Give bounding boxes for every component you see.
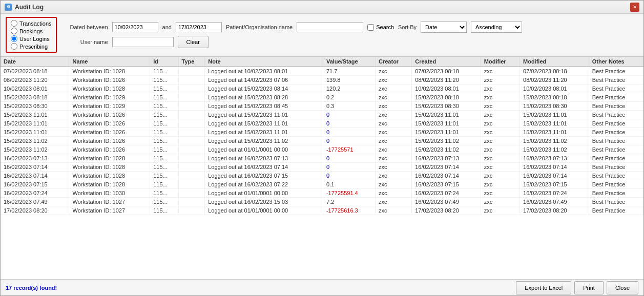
table-row: 16/02/2023 07:15 Workstation ID: 1028 11… bbox=[1, 180, 643, 189]
col-creator[interactable]: Creator bbox=[376, 57, 412, 67]
cell-id: 115... bbox=[150, 154, 178, 163]
table-row: 08/02/2023 11:20 Workstation ID: 1026 11… bbox=[1, 76, 643, 84]
cell-note: Logged out at 15/02/2023 08:14 bbox=[205, 84, 323, 93]
cell-modifier: zxc bbox=[481, 111, 520, 119]
cell-type bbox=[178, 102, 205, 111]
search-checkbox[interactable] bbox=[367, 24, 374, 31]
cell-type bbox=[178, 93, 205, 102]
cell-modified: 16/02/2023 07:13 bbox=[520, 154, 589, 163]
title-bar-left: ⚙ Audit Log bbox=[5, 4, 44, 11]
date-to-input[interactable] bbox=[176, 22, 222, 32]
cell-creator: zxc bbox=[376, 102, 412, 111]
cell-id: 115... bbox=[150, 119, 178, 128]
cell-type bbox=[178, 76, 205, 84]
cell-modified: 16/02/2023 07:24 bbox=[520, 189, 589, 198]
cell-creator: zxc bbox=[376, 67, 412, 76]
cell-creator: zxc bbox=[376, 163, 412, 172]
cell-name: Workstation ID: 1029 bbox=[69, 93, 150, 102]
radio-prescribing-input[interactable] bbox=[11, 43, 17, 50]
sort-by-select[interactable]: Date Name Id Type Note Value/Stage Creat… bbox=[421, 22, 467, 33]
table-row: 16/02/2023 07:24 Workstation ID: 1030 11… bbox=[1, 189, 643, 198]
cell-created: 15/02/2023 08:30 bbox=[412, 102, 481, 111]
cell-note: Logged out at 16/02/2023 07:13 bbox=[205, 154, 323, 163]
cell-date: 15/02/2023 11:02 bbox=[1, 145, 69, 154]
cell-creator: zxc bbox=[376, 172, 412, 180]
radio-transactions[interactable]: Transactions bbox=[11, 20, 52, 27]
radio-bookings[interactable]: Bookings bbox=[11, 28, 52, 34]
cell-modifier: zxc bbox=[481, 198, 520, 206]
cell-type bbox=[178, 84, 205, 93]
cell-created: 15/02/2023 11:02 bbox=[412, 137, 481, 145]
sort-by-label: Sort By bbox=[398, 24, 417, 30]
radio-user-logins-input[interactable] bbox=[11, 35, 17, 42]
cell-type bbox=[178, 180, 205, 189]
cell-modified: 10/02/2023 08:01 bbox=[520, 84, 589, 93]
audit-log-window: ⚙ Audit Log ✕ Transactions Bookings User… bbox=[0, 0, 644, 296]
cell-creator: zxc bbox=[376, 84, 412, 93]
radio-user-logins-label: User Logins bbox=[19, 36, 50, 42]
col-value[interactable]: Value/Stage bbox=[323, 57, 375, 67]
cell-value: 0 bbox=[323, 154, 375, 163]
cell-creator: zxc bbox=[376, 180, 412, 189]
col-modifier[interactable]: Modifier bbox=[481, 57, 520, 67]
user-name-input[interactable] bbox=[112, 37, 174, 47]
radio-prescribing[interactable]: Prescribing bbox=[11, 43, 52, 50]
cell-modified: 16/02/2023 07:15 bbox=[520, 180, 589, 189]
cell-value: 0.1 bbox=[323, 180, 375, 189]
toolbar-controls: Dated between and Patient/Organisation n… bbox=[67, 22, 523, 48]
export-to-excel-button[interactable]: Export to Excel bbox=[516, 281, 571, 294]
order-select[interactable]: Ascending Descending bbox=[471, 22, 522, 33]
radio-bookings-input[interactable] bbox=[11, 28, 17, 34]
cell-creator: zxc bbox=[376, 111, 412, 119]
cell-modified: 16/02/2023 07:14 bbox=[520, 163, 589, 172]
print-button[interactable]: Print bbox=[574, 281, 604, 294]
close-button[interactable]: Close bbox=[607, 281, 638, 294]
col-id[interactable]: Id bbox=[150, 57, 178, 67]
col-date[interactable]: Date bbox=[1, 57, 69, 67]
cell-name: Workstation ID: 1026 bbox=[69, 111, 150, 119]
cell-date: 15/02/2023 11:01 bbox=[1, 111, 69, 119]
radio-user-logins[interactable]: User Logins bbox=[11, 35, 52, 42]
cell-name: Workstation ID: 1026 bbox=[69, 128, 150, 137]
dated-between-label: Dated between bbox=[67, 24, 108, 30]
cell-other: Best Practice bbox=[589, 180, 643, 189]
cell-modified: 15/02/2023 08:30 bbox=[520, 102, 589, 111]
col-note[interactable]: Note bbox=[205, 57, 323, 67]
cell-note: Logged out at 14/02/2023 07:06 bbox=[205, 76, 323, 84]
col-created[interactable]: Created bbox=[412, 57, 481, 67]
cell-other: Best Practice bbox=[589, 76, 643, 84]
radio-transactions-input[interactable] bbox=[11, 20, 17, 27]
cell-date: 15/02/2023 11:01 bbox=[1, 119, 69, 128]
cell-other: Best Practice bbox=[589, 198, 643, 206]
cell-other: Best Practice bbox=[589, 111, 643, 119]
cell-note: Logged out at 15/02/2023 08:28 bbox=[205, 93, 323, 102]
col-modified[interactable]: Modified bbox=[520, 57, 589, 67]
col-type[interactable]: Type bbox=[178, 57, 205, 67]
cell-date: 15/02/2023 11:01 bbox=[1, 128, 69, 137]
date-from-input[interactable] bbox=[112, 22, 158, 32]
cell-note: Logged out at 15/02/2023 11:01 bbox=[205, 111, 323, 119]
cell-name: Workstation ID: 1026 bbox=[69, 76, 150, 84]
cell-modifier: zxc bbox=[481, 206, 520, 215]
window-close-button[interactable]: ✕ bbox=[630, 3, 639, 12]
cell-modified: 15/02/2023 11:01 bbox=[520, 111, 589, 119]
status-buttons: Export to Excel Print Close bbox=[516, 281, 638, 294]
cell-other: Best Practice bbox=[589, 163, 643, 172]
cell-other: Best Practice bbox=[589, 67, 643, 76]
cell-creator: zxc bbox=[376, 128, 412, 137]
cell-creator: zxc bbox=[376, 154, 412, 163]
cell-type bbox=[178, 111, 205, 119]
patient-org-input[interactable] bbox=[297, 22, 363, 32]
cell-modifier: zxc bbox=[481, 145, 520, 154]
cell-note: Logged out at 16/02/2023 15:03 bbox=[205, 198, 323, 206]
cell-name: Workstation ID: 1026 bbox=[69, 137, 150, 145]
col-other-notes[interactable]: Other Notes bbox=[589, 57, 643, 67]
cell-date: 15/02/2023 08:30 bbox=[1, 102, 69, 111]
cell-other: Best Practice bbox=[589, 154, 643, 163]
table-row: 10/02/2023 08:01 Workstation ID: 1028 11… bbox=[1, 84, 643, 93]
cell-date: 08/02/2023 11:20 bbox=[1, 76, 69, 84]
cell-creator: zxc bbox=[376, 198, 412, 206]
col-name[interactable]: Name bbox=[69, 57, 150, 67]
cell-date: 16/02/2023 07:13 bbox=[1, 154, 69, 163]
clear-button[interactable]: Clear bbox=[178, 36, 209, 48]
